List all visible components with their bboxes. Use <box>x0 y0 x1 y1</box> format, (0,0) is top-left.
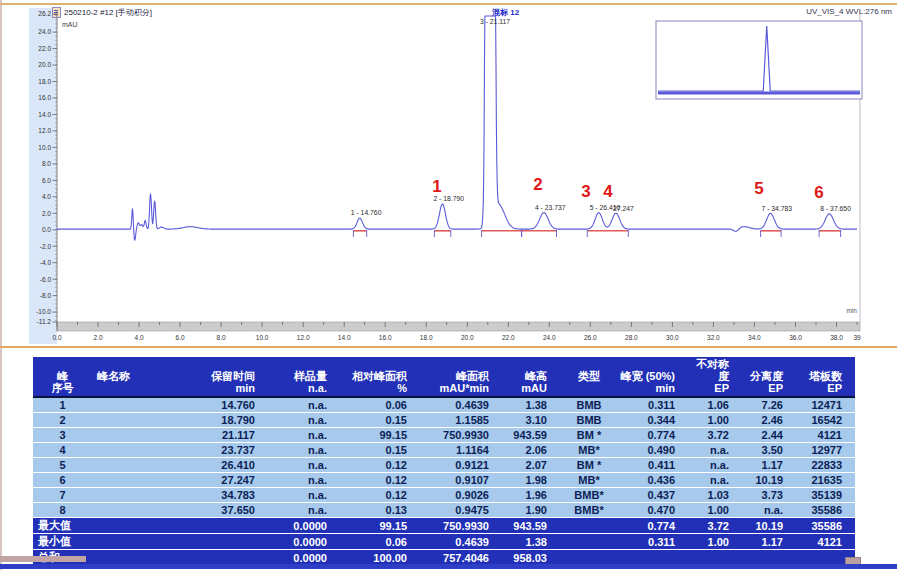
table-cell: 2 <box>33 413 92 428</box>
svg-text:18.0: 18.0 <box>420 334 433 341</box>
table-cell <box>92 488 190 503</box>
peak-row[interactable]: 837.650n.a.0.130.94751.90BMB*0.4701.00n.… <box>33 503 855 518</box>
svg-text:32.0: 32.0 <box>707 334 720 341</box>
table-cell: 2.06 <box>502 443 560 458</box>
svg-text:-8.0: -8.0 <box>40 292 52 299</box>
table-cell: 18.790 <box>190 413 268 428</box>
peak-label: 2 - 18.790 <box>433 195 464 202</box>
integration-baseline <box>353 230 840 237</box>
peak-row[interactable]: 627.247n.a.0.120.91071.98MB*0.436n.a.10.… <box>33 473 855 488</box>
svg-text:16.0: 16.0 <box>379 334 392 341</box>
svg-text:24.0: 24.0 <box>543 334 556 341</box>
table-cell <box>560 534 618 550</box>
table-cell: 1.96 <box>502 488 560 503</box>
table-cell: 1 <box>33 397 92 413</box>
column-header: 峰序号 <box>33 357 92 397</box>
table-cell: 99.15 <box>340 518 420 534</box>
table-cell: 27.247 <box>190 473 268 488</box>
table-cell: MB* <box>560 473 618 488</box>
svg-text:12.0: 12.0 <box>38 127 51 134</box>
chromatogram-plot[interactable]: 0.02.04.06.08.010.012.014.016.018.020.02… <box>0 0 897 348</box>
table-cell: 0.12 <box>340 473 420 488</box>
table-cell: 6 <box>33 473 92 488</box>
table-cell: 0.9475 <box>420 503 502 518</box>
peak-row[interactable]: 321.117n.a.99.15750.9930943.59BM *0.7743… <box>33 428 855 443</box>
table-cell <box>92 458 190 473</box>
table-cell: 35586 <box>796 503 855 518</box>
svg-text:30.0: 30.0 <box>666 334 679 341</box>
table-cell: 0.411 <box>618 458 688 473</box>
table-cell: n.a. <box>268 458 340 473</box>
summary-row: 最小值0.00000.060.46391.380.3111.001.174121 <box>33 534 855 550</box>
table-cell: n.a. <box>688 443 742 458</box>
table-cell: n.a. <box>268 413 340 428</box>
table-cell: 0.06 <box>340 397 420 413</box>
inset-thumbnail[interactable] <box>656 21 862 99</box>
table-cell: BM * <box>560 428 618 443</box>
table-cell: 0.774 <box>618 428 688 443</box>
x-axis: 0.02.04.06.08.010.012.014.016.018.020.02… <box>52 322 861 341</box>
table-cell: BMB* <box>560 488 618 503</box>
table-cell: 2.07 <box>502 458 560 473</box>
table-cell: 1.1585 <box>420 413 502 428</box>
svg-text:22.0: 22.0 <box>38 45 51 52</box>
svg-text:34.0: 34.0 <box>748 334 761 341</box>
table-cell: 7 <box>33 488 92 503</box>
table-cell: 21.117 <box>190 428 268 443</box>
svg-text:24.0: 24.0 <box>38 28 51 35</box>
table-cell: 0.0000 <box>268 534 340 550</box>
chart-bottom-divider <box>0 346 897 348</box>
column-header: 峰面积mAU*min <box>420 357 502 397</box>
peak-row[interactable]: 114.760n.a.0.060.46391.38BMB0.3111.067.2… <box>33 397 855 413</box>
peak-row[interactable]: 526.410n.a.0.120.91212.07BM *0.411n.a.1.… <box>33 458 855 473</box>
table-cell: 3.50 <box>742 443 796 458</box>
chromatography-window: ∙∙ 250210-2 #12 [手动积分] 混标 12 UV_VIS_4 WV… <box>0 0 897 570</box>
peak-row[interactable]: 734.783n.a.0.120.90261.96BMB*0.4371.033.… <box>33 488 855 503</box>
peak-label: 8 - 37.650 <box>820 205 851 212</box>
table-cell: 1.98 <box>502 473 560 488</box>
table-cell: 0.9121 <box>420 458 502 473</box>
svg-text:4.0: 4.0 <box>42 193 51 200</box>
svg-text:38.0: 38.0 <box>830 334 843 341</box>
svg-text:0.0: 0.0 <box>52 334 61 341</box>
svg-text:4.0: 4.0 <box>135 334 144 341</box>
svg-text:10.0: 10.0 <box>256 334 269 341</box>
table-cell: 21635 <box>796 473 855 488</box>
table-cell <box>92 473 190 488</box>
summary-label: 最大值 <box>33 518 268 534</box>
table-cell: 943.59 <box>502 518 560 534</box>
table-cell: 10.19 <box>742 518 796 534</box>
table-cell: 1.38 <box>502 397 560 413</box>
table-cell: MB* <box>560 443 618 458</box>
column-header: 分离度EP <box>742 357 796 397</box>
table-cell: 1.00 <box>688 503 742 518</box>
svg-text:0.0: 0.0 <box>42 226 51 233</box>
svg-text:6.0: 6.0 <box>176 334 185 341</box>
manual-peak-numbers: 123456 <box>432 175 823 202</box>
table-cell: 943.59 <box>502 428 560 443</box>
column-header: 峰宽 (50%)min <box>618 357 688 397</box>
table-cell: 2.46 <box>742 413 796 428</box>
table-cell: 0.12 <box>340 488 420 503</box>
manual-peak-number: 2 <box>533 175 542 194</box>
peak-label: 4 - 23.737 <box>535 204 566 211</box>
table-cell: 0.9026 <box>420 488 502 503</box>
table-cell: 0.4639 <box>420 397 502 413</box>
svg-text:26.2: 26.2 <box>38 10 51 17</box>
peak-row[interactable]: 218.790n.a.0.151.15853.10BMB0.3441.002.4… <box>33 413 855 428</box>
svg-text:-2.0: -2.0 <box>40 243 52 250</box>
table-cell: 1.03 <box>688 488 742 503</box>
table-cell: BMB <box>560 413 618 428</box>
table-cell: 26.410 <box>190 458 268 473</box>
table-cell: 1.90 <box>502 503 560 518</box>
table-cell <box>92 428 190 443</box>
horizontal-scrollbar[interactable] <box>0 556 86 562</box>
table-cell: n.a. <box>268 428 340 443</box>
table-cell: 37.650 <box>190 503 268 518</box>
peak-row[interactable]: 423.737n.a.0.151.11642.06MB*0.490n.a.3.5… <box>33 443 855 458</box>
svg-text:-6.0: -6.0 <box>40 276 52 283</box>
table-cell: 3 <box>33 428 92 443</box>
table-cell: n.a. <box>268 443 340 458</box>
svg-text:26.0: 26.0 <box>584 334 597 341</box>
y-unit-label: mAU <box>62 21 78 28</box>
